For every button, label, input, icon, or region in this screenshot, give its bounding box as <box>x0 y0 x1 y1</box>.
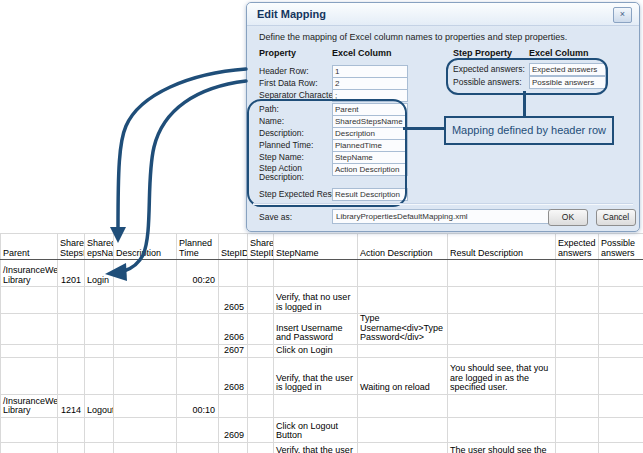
sheet-cell[interactable] <box>85 417 114 442</box>
sheet-cell[interactable]: Type Username<div>Type Password</div> <box>358 314 448 345</box>
sheet-cell[interactable] <box>85 357 114 394</box>
sheet-cell[interactable] <box>58 357 85 394</box>
column-header-cell[interactable]: SharedSt epsName <box>85 234 114 260</box>
sheet-cell[interactable] <box>556 442 599 453</box>
save-as-input[interactable]: LibraryPropertiesDefaultMapping.xml <box>332 209 550 224</box>
sheet-cell[interactable] <box>1 344 58 357</box>
sheet-cell[interactable] <box>248 287 274 314</box>
sheet-cell[interactable] <box>248 260 274 287</box>
sheet-cell[interactable]: Click on Login <box>274 344 358 357</box>
sheet-cell[interactable] <box>599 357 643 394</box>
cancel-button[interactable]: Cancel <box>596 209 636 226</box>
sheet-cell[interactable] <box>58 287 85 314</box>
sheet-cell[interactable]: 2610 <box>219 442 248 453</box>
sheet-cell[interactable]: The user should see the login screen. <box>448 442 556 453</box>
sheet-cell[interactable] <box>114 442 177 453</box>
sheet-cell[interactable] <box>358 260 448 287</box>
ok-button[interactable]: OK <box>548 209 588 226</box>
sheet-cell[interactable] <box>448 417 556 442</box>
sheet-cell[interactable] <box>58 314 85 345</box>
sheet-cell[interactable] <box>274 394 358 417</box>
column-header-cell[interactable]: Description <box>114 234 177 260</box>
sheet-cell[interactable] <box>85 442 114 453</box>
sheet-cell[interactable] <box>274 260 358 287</box>
sheet-cell[interactable] <box>114 394 177 417</box>
sheet-cell[interactable] <box>556 260 599 287</box>
sheet-cell[interactable]: /InsuranceWeb Library <box>1 394 58 417</box>
close-icon[interactable]: × <box>613 7 632 23</box>
sheet-cell[interactable] <box>1 417 58 442</box>
sheet-cell[interactable] <box>358 344 448 357</box>
column-header-cell[interactable]: Planned Time <box>177 234 219 260</box>
sheet-cell[interactable] <box>599 442 643 453</box>
sheet-cell[interactable] <box>358 417 448 442</box>
sheet-cell[interactable]: Verify, that the user is logged in <box>274 357 358 394</box>
sheet-cell[interactable] <box>556 417 599 442</box>
sheet-cell[interactable] <box>219 394 248 417</box>
sheet-cell[interactable] <box>1 314 58 345</box>
sheet-cell[interactable] <box>114 260 177 287</box>
sheet-cell[interactable] <box>248 394 274 417</box>
sheet-cell[interactable]: 2608 <box>219 357 248 394</box>
sheet-cell[interactable]: 1201 <box>58 260 85 287</box>
sheet-cell[interactable]: Click on Logout Button <box>274 417 358 442</box>
sheet-cell[interactable] <box>556 314 599 345</box>
sheet-cell[interactable] <box>599 260 643 287</box>
sheet-cell[interactable]: /InsuranceWeb Library <box>1 260 58 287</box>
sheet-cell[interactable] <box>114 287 177 314</box>
column-header-cell[interactable]: Action Description <box>358 234 448 260</box>
sheet-cell[interactable]: Login <box>85 260 114 287</box>
sheet-cell[interactable] <box>85 314 114 345</box>
sheet-cell[interactable] <box>599 314 643 345</box>
sheet-cell[interactable] <box>114 344 177 357</box>
sheet-cell[interactable] <box>448 314 556 345</box>
column-header-cell[interactable]: Shared StepID <box>248 234 274 260</box>
column-header-cell[interactable]: Expected answers <box>556 234 599 260</box>
sheet-cell[interactable] <box>219 260 248 287</box>
sheet-cell[interactable] <box>556 287 599 314</box>
sheet-cell[interactable] <box>177 357 219 394</box>
sheet-cell[interactable] <box>85 287 114 314</box>
sheet-cell[interactable] <box>599 417 643 442</box>
column-header-cell[interactable]: Possible answers <box>599 234 643 260</box>
sheet-cell[interactable]: Logout <box>85 394 114 417</box>
column-header-cell[interactable]: Shared StepsID <box>58 234 85 260</box>
sheet-cell[interactable] <box>248 442 274 453</box>
sheet-cell[interactable]: 2606 <box>219 314 248 345</box>
sheet-cell[interactable] <box>556 357 599 394</box>
dialog-titlebar[interactable]: Edit Mapping × <box>247 3 639 26</box>
sheet-cell[interactable]: 00:20 <box>177 260 219 287</box>
sheet-cell[interactable] <box>58 442 85 453</box>
sheet-cell[interactable] <box>358 442 448 453</box>
sheet-cell[interactable] <box>58 417 85 442</box>
sheet-cell[interactable] <box>1 357 58 394</box>
sheet-cell[interactable] <box>448 394 556 417</box>
sheet-cell[interactable] <box>556 344 599 357</box>
sheet-cell[interactable]: 2609 <box>219 417 248 442</box>
sheet-cell[interactable] <box>599 394 643 417</box>
sheet-cell[interactable] <box>177 417 219 442</box>
sheet-cell[interactable]: 2607 <box>219 344 248 357</box>
sheet-cell[interactable] <box>248 314 274 345</box>
sheet-cell[interactable]: Insert Username and Password <box>274 314 358 345</box>
sheet-cell[interactable] <box>358 394 448 417</box>
sheet-cell[interactable] <box>58 344 85 357</box>
column-header-cell[interactable]: StepName <box>274 234 358 260</box>
sheet-cell[interactable] <box>114 417 177 442</box>
sheet-cell[interactable] <box>177 442 219 453</box>
sheet-cell[interactable] <box>114 357 177 394</box>
sheet-cell[interactable]: Verify, that the user is logged out <box>274 442 358 453</box>
sheet-cell[interactable] <box>448 287 556 314</box>
sheet-cell[interactable]: Waiting on reload <box>358 357 448 394</box>
column-header-cell[interactable]: StepID <box>219 234 248 260</box>
sheet-cell[interactable] <box>177 344 219 357</box>
sheet-cell[interactable] <box>114 314 177 345</box>
column-header-cell[interactable]: Parent <box>1 234 58 260</box>
column-header-cell[interactable]: Result Description <box>448 234 556 260</box>
sheet-cell[interactable] <box>1 442 58 453</box>
sheet-cell[interactable]: You should see, that you are logged in a… <box>448 357 556 394</box>
sheet-cell[interactable] <box>448 344 556 357</box>
sheet-cell[interactable]: 2605 <box>219 287 248 314</box>
sheet-cell[interactable] <box>556 394 599 417</box>
sheet-cell[interactable] <box>599 344 643 357</box>
